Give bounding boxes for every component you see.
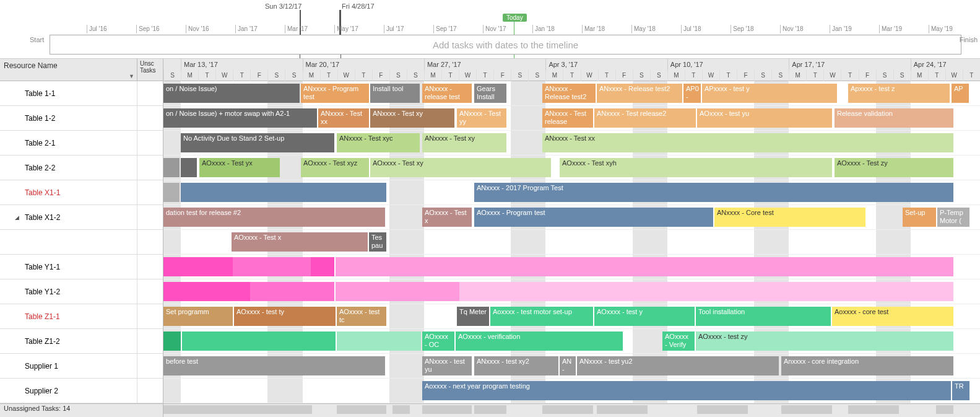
task-bar[interactable]: ANxxxx - Release test2 xyxy=(542,84,596,103)
unassigned-task-bar[interactable] xyxy=(597,405,648,414)
task-bar[interactable]: ANxxxx - Release test2 xyxy=(597,84,682,103)
gantt-row[interactable] xyxy=(163,255,980,279)
task-bar[interactable]: ANxxxx - test yu2 xyxy=(577,356,779,375)
unscheduled-cell[interactable] xyxy=(137,304,163,328)
resource-row-label[interactable]: Table 1-2 xyxy=(0,106,163,131)
gantt-row[interactable]: No Activity Due to Stand 2 Set-upANxxxx … xyxy=(163,131,980,156)
task-bar[interactable]: ANxxxx - Test release xyxy=(542,108,593,128)
resource-name-header[interactable]: Resource Name ▼ xyxy=(0,59,137,81)
task-bar[interactable]: ANxxxx - Test release2 xyxy=(594,108,696,128)
gantt-area[interactable]: SMTWTFSSMTWTFSSMTWTFSSMTWTFSSMTWTFSSMTWT… xyxy=(163,59,980,417)
task-bar[interactable]: AOxxxx - verification xyxy=(456,331,623,351)
unscheduled-cell[interactable] xyxy=(137,230,163,254)
task-bar[interactable]: AP xyxy=(952,84,969,103)
unassigned-task-bar[interactable] xyxy=(848,405,899,414)
unscheduled-cell[interactable] xyxy=(137,131,163,155)
resource-row-label[interactable]: Table 2-1 xyxy=(0,131,163,156)
task-bar[interactable] xyxy=(337,331,421,351)
unassigned-tasks-label[interactable]: Unassigned Tasks: 14 xyxy=(0,403,163,415)
task-bar[interactable]: AOxxxx - Test xyz xyxy=(301,158,369,177)
resource-row-label[interactable]: Table Z1-1 xyxy=(0,304,163,329)
task-bar[interactable] xyxy=(459,282,953,301)
resource-row-label[interactable]: Supplier 2 xyxy=(0,379,163,403)
unassigned-task-bar[interactable] xyxy=(337,405,386,414)
unassigned-task-bar[interactable] xyxy=(781,405,832,414)
task-bar[interactable]: ANxxxx - Core test xyxy=(714,208,865,227)
gantt-row[interactable]: before testANxxxx - test yuANxxxx - test… xyxy=(163,354,980,379)
unassigned-task-bar[interactable] xyxy=(936,405,953,414)
task-bar[interactable]: Tool installation xyxy=(696,307,831,326)
gantt-row[interactable]: dation test for release #2AOxxxx - Test … xyxy=(163,205,980,230)
task-bar[interactable]: ANxxxx - Test xx xyxy=(542,133,953,152)
unscheduled-cell[interactable] xyxy=(137,279,163,304)
resource-row-label[interactable]: Table 1-1 xyxy=(0,81,163,106)
gantt-row[interactable]: Aoxxxx - next year program testingTR xyxy=(163,379,980,403)
unscheduled-cell[interactable] xyxy=(137,180,163,204)
resource-row-label[interactable]: ◢Table X1-2 xyxy=(0,205,163,230)
task-bar[interactable]: ANxxxx - Test xy xyxy=(422,133,506,152)
gantt-row[interactable]: AOxxxx - Test xTes pau xyxy=(163,230,980,255)
gantt-row[interactable]: ANxxxx - 2017 Program Test xyxy=(163,180,980,205)
unassigned-task-bar[interactable] xyxy=(422,405,472,414)
task-bar[interactable]: AOxxxx - Test zy xyxy=(835,158,953,177)
task-bar[interactable]: AP0 - xyxy=(683,84,701,103)
unscheduled-cell[interactable] xyxy=(137,354,163,378)
task-bar[interactable]: AOxxxx - Program test xyxy=(474,208,713,227)
task-bar[interactable]: AOxxxx - test ty xyxy=(234,307,336,326)
task-bar[interactable] xyxy=(250,282,334,301)
unscheduled-cell[interactable] xyxy=(137,106,163,130)
resource-row-label[interactable]: Table Y1-1 xyxy=(0,255,163,279)
task-bar[interactable]: on / Noise Issue) + motor swap with A2-1 xyxy=(163,108,317,128)
task-bar[interactable]: AN - xyxy=(560,356,576,375)
task-bar[interactable] xyxy=(181,158,197,177)
unassigned-task-bar[interactable] xyxy=(697,405,748,414)
gantt-row[interactable]: AOxxxx - Test yxAOxxxx - Test xyzAOxxxx … xyxy=(163,156,980,180)
task-bar[interactable] xyxy=(163,257,233,276)
resource-row-label[interactable] xyxy=(0,230,163,255)
unassigned-task-bar[interactable] xyxy=(542,405,593,414)
task-bar[interactable]: Aoxxxx - core test xyxy=(832,307,953,326)
task-bar[interactable]: AOxxxx - Test x xyxy=(232,232,368,252)
gantt-row[interactable]: Set programmAOxxxx - test tyAOxxxx - tes… xyxy=(163,304,980,329)
task-bar[interactable]: dation test for release #2 xyxy=(163,208,385,227)
collapse-icon[interactable]: ◢ xyxy=(15,214,19,221)
task-bar[interactable]: AOxxxx - test y xyxy=(594,307,695,326)
dropdown-icon[interactable]: ▼ xyxy=(129,73,134,79)
task-bar[interactable]: AOxxxx - Test yx xyxy=(199,158,280,177)
task-bar[interactable]: AOxxxx - test tc xyxy=(337,307,386,326)
task-bar[interactable] xyxy=(181,183,386,202)
unscheduled-cell[interactable] xyxy=(137,379,163,403)
unassigned-tasks-row[interactable] xyxy=(163,403,980,415)
task-bar[interactable]: AOxxxx - Test x xyxy=(422,208,472,227)
task-bar[interactable]: TR xyxy=(952,381,969,400)
task-bar[interactable]: before test xyxy=(163,356,385,375)
task-bar[interactable]: ANxxxx - test xy2 xyxy=(474,356,558,375)
task-bar[interactable]: P-Temp Motor ( xyxy=(937,208,969,227)
task-bar[interactable]: Set programm xyxy=(163,307,233,326)
task-bar[interactable]: ANxxxx - Test xyc xyxy=(337,133,420,152)
timeline-add-tasks-bar[interactable]: Add tasks with dates to the timeline xyxy=(50,35,961,55)
task-bar[interactable]: Set-up xyxy=(903,208,936,227)
unscheduled-cell[interactable] xyxy=(137,205,163,229)
resource-column-header[interactable]: Resource Name ▼ Unsc Tasks xyxy=(0,59,163,81)
unassigned-task-bar[interactable] xyxy=(392,405,410,414)
gantt-row[interactable]: on / Noise Issue) + motor swap with A2-1… xyxy=(163,106,980,131)
task-bar[interactable] xyxy=(163,183,180,202)
task-bar[interactable]: AOxxxx - test zy xyxy=(696,331,953,351)
gantt-row[interactable]: AOxxxx - OCAOxxxx - verificationAOxxxx -… xyxy=(163,329,980,354)
task-bar[interactable]: Anxxxx - core integration xyxy=(781,356,953,375)
unscheduled-cell[interactable] xyxy=(137,156,163,180)
gantt-row[interactable] xyxy=(163,279,980,304)
task-bar[interactable] xyxy=(163,331,181,351)
task-bar[interactable]: AOxxxx - Verify xyxy=(662,331,695,351)
task-bar[interactable]: Install tool xyxy=(370,84,420,103)
task-bar[interactable] xyxy=(336,257,953,276)
task-bar[interactable]: AOxxxx - OC xyxy=(422,331,454,351)
gantt-row[interactable]: on / Noise Issue)ANxxxx - Program testIn… xyxy=(163,81,980,106)
task-bar[interactable]: ANxxxx - Program test xyxy=(301,84,369,103)
task-bar[interactable]: Tes pau xyxy=(369,232,386,252)
task-bar[interactable]: AOxxxx - Test xy xyxy=(370,158,551,177)
task-bar[interactable]: ANxxxx - Test yy xyxy=(457,108,506,128)
task-bar[interactable]: Tq Meter xyxy=(457,307,489,326)
task-bar[interactable]: Aoxxxx - next year program testing xyxy=(422,381,951,400)
